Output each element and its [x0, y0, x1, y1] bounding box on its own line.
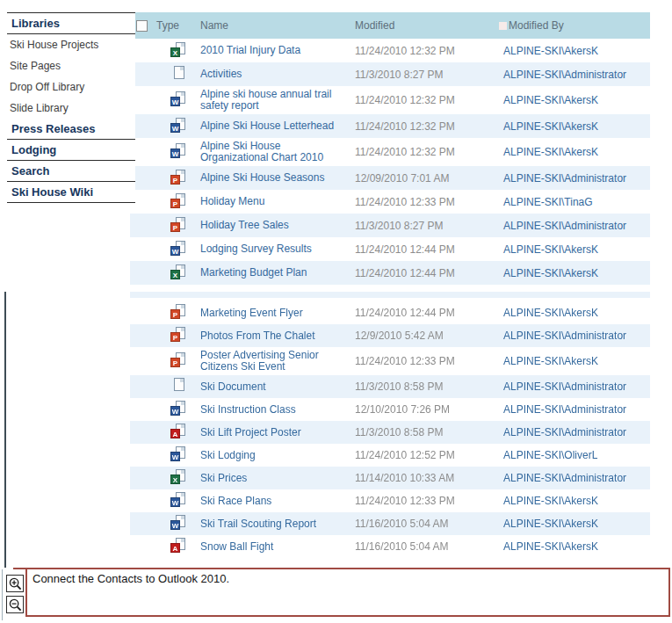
modified-by-link[interactable]: ALPINE-SKI\Administrator	[503, 220, 626, 232]
table-row[interactable]: P Poster Advertising Senior Citizens Ski…	[130, 347, 650, 375]
document-link[interactable]: Snow Ball Fight	[200, 540, 273, 553]
modified-by-cell: ALPINE-SKI\Administrator	[499, 403, 650, 416]
table-row[interactable]: A Ski Lift Project Poster 11/3/2010 8:58…	[130, 421, 650, 444]
modified-by-link[interactable]: ALPINE-SKI\AkersK	[503, 267, 598, 279]
table-row[interactable]: P Holiday Menu 11/24/2010 12:33 PM ALPIN…	[130, 190, 650, 214]
document-link[interactable]: Poster Advertising Senior Citizens Ski E…	[200, 349, 319, 373]
document-name-cell: Ski Lodging	[200, 447, 355, 464]
column-header-name[interactable]: Name	[200, 19, 355, 32]
document-link[interactable]: Ski Prices	[200, 472, 247, 484]
column-header-modified-by[interactable]: Modified By	[499, 19, 650, 32]
modified-by-link[interactable]: ALPINE-SKI\Administrator	[503, 330, 626, 342]
document-link[interactable]: Alpine Ski House Organizational Chart 20…	[200, 140, 323, 163]
document-link[interactable]: Activities	[200, 68, 242, 80]
sidebar-item-search[interactable]: Search	[7, 161, 135, 182]
modified-by-cell: ALPINE-SKI\AkersK	[499, 146, 650, 158]
document-link[interactable]: Alpine Ski House Letterhead	[200, 120, 334, 132]
table-row[interactable]: W Alpine Ski House Letterhead 11/24/2010…	[130, 114, 650, 138]
sidebar-item-lodging[interactable]: Lodging	[7, 140, 135, 161]
column-header-modified[interactable]: Modified	[355, 19, 499, 32]
table-row[interactable]: W Ski Race Plans 11/24/2010 12:33 PM ALP…	[130, 489, 650, 512]
document-link[interactable]: Ski Race Plans	[200, 495, 271, 507]
modified-by-link[interactable]: ALPINE-SKI\Administrator	[503, 69, 626, 81]
sidebar-item-libraries[interactable]: Libraries	[7, 13, 135, 34]
table-row[interactable]: W Ski Instruction Class 12/10/2010 7:26 …	[130, 398, 650, 421]
table-row[interactable]: W Alpine ski house annual trail safety r…	[130, 86, 650, 114]
modified-by-link[interactable]: ALPINE-SKI\AkersK	[503, 518, 598, 530]
modified-by-link[interactable]: ALPINE-SKI\AkersK	[503, 307, 598, 319]
modified-by-link[interactable]: ALPINE-SKI\AkersK	[503, 94, 598, 106]
table-row[interactable]: P Alpine Ski House Seasons 12/09/2010 7:…	[130, 166, 650, 190]
document-link[interactable]: Ski Trail Scouting Report	[200, 518, 316, 530]
table-row[interactable]: Ski Document 11/3/2010 8:58 PM ALPINE-SK…	[130, 375, 650, 398]
modified-by-link[interactable]: ALPINE-SKI\Administrator	[503, 472, 626, 484]
modified-by-cell: ALPINE-SKI\AkersK	[499, 307, 650, 319]
table-row[interactable]: Activities 11/3/2010 8:27 PM ALPINE-SKI\…	[130, 62, 650, 86]
sidebar-item-site-pages[interactable]: Site Pages	[7, 55, 135, 76]
document-name-cell: Alpine ski house annual trail safety rep…	[200, 86, 355, 114]
modified-by-link[interactable]: ALPINE-SKI\OliverL	[503, 449, 597, 461]
table-row[interactable]: W Ski Lodging 11/24/2010 12:52 PM ALPINE…	[130, 444, 650, 467]
document-link[interactable]: Ski Instruction Class	[200, 403, 296, 416]
modified-by-link[interactable]: ALPINE-SKI\AkersK	[503, 45, 598, 57]
modified-by-link[interactable]: ALPINE-SKI\TinaG	[503, 196, 593, 208]
file-type-cell: X	[156, 42, 200, 60]
document-link[interactable]: 2010 Trial Injury Data	[200, 44, 300, 56]
zoom-in-button[interactable]	[6, 575, 24, 592]
modified-by-link[interactable]: ALPINE-SKI\Administrator	[503, 380, 626, 393]
file-type-cell: P	[156, 304, 200, 322]
select-all-checkbox[interactable]	[136, 20, 148, 32]
table-row[interactable]: X Ski Prices 11/14/2010 10:33 AM ALPINE-…	[130, 467, 650, 489]
app-badge: W	[170, 406, 180, 416]
file-type-cell: W	[156, 446, 200, 464]
modified-by-link[interactable]: ALPINE-SKI\Administrator	[503, 172, 626, 185]
sidebar-item-slide-library[interactable]: Slide Library	[7, 98, 135, 119]
modified-by-cell: ALPINE-SKI\AkersK	[499, 355, 650, 367]
document-link[interactable]: Ski Document	[200, 380, 266, 393]
modified-by-link[interactable]: ALPINE-SKI\Administrator	[503, 426, 626, 438]
powerpoint-icon: P	[170, 193, 186, 208]
modified-by-link[interactable]: ALPINE-SKI\AkersK	[503, 495, 598, 507]
modified-date: 11/3/2010 8:58 PM	[355, 380, 499, 393]
modified-by-link[interactable]: ALPINE-SKI\AkersK	[503, 243, 598, 256]
table-row[interactable]: X Marketing Budget Plan 11/24/2010 12:44…	[130, 261, 650, 285]
document-link[interactable]: Ski Lodging	[200, 449, 256, 461]
table-row[interactable]: W Lodging Survey Results 11/24/2010 12:4…	[130, 237, 650, 261]
document-link[interactable]: Marketing Event Flyer	[200, 307, 303, 319]
column-header-type[interactable]: Type	[156, 19, 200, 32]
document-link[interactable]: Holiday Menu	[200, 195, 264, 207]
sidebar-item-ski-house-wiki[interactable]: Ski House Wiki	[7, 182, 135, 203]
modified-by-cell: ALPINE-SKI\Administrator	[499, 172, 650, 185]
table-row[interactable]: X 2010 Trial Injury Data 11/24/2010 12:3…	[130, 39, 650, 62]
modified-by-link[interactable]: ALPINE-SKI\AkersK	[503, 355, 598, 367]
table-row[interactable]: P Marketing Event Flyer 11/24/2010 12:44…	[130, 301, 650, 324]
app-badge: W	[170, 97, 180, 106]
document-name-cell: Ski Prices	[200, 470, 355, 487]
document-link[interactable]: Alpine ski house annual trail safety rep…	[200, 88, 331, 112]
modified-by-cell: ALPINE-SKI\Administrator	[499, 69, 650, 81]
sidebar-item-drop-off-library[interactable]: Drop Off Library	[7, 76, 135, 98]
table-row[interactable]: P Photos From The Chalet 12/9/2010 5:42 …	[130, 324, 650, 347]
document-link[interactable]: Alpine Ski House Seasons	[200, 171, 324, 184]
table-row[interactable]: P Holiday Tree Sales 11/3/2010 8:27 PM A…	[130, 214, 650, 237]
modified-date: 11/24/2010 12:44 PM	[355, 243, 499, 256]
document-link[interactable]: Lodging Survey Results	[200, 243, 312, 255]
table-row[interactable]: W Ski Trail Scouting Report 11/16/2010 5…	[130, 512, 650, 535]
document-name-cell: Snow Ball Fight	[200, 539, 355, 555]
modified-date: 11/24/2010 12:44 PM	[355, 307, 499, 319]
modified-by-link[interactable]: ALPINE-SKI\AkersK	[503, 146, 598, 158]
table-row[interactable]: A Snow Ball Fight 11/16/2010 5:04 AM ALP…	[130, 535, 650, 558]
page-shape	[174, 66, 184, 79]
modified-by-link[interactable]: ALPINE-SKI\AkersK	[503, 120, 598, 133]
sidebar-item-press-releases[interactable]: Press Releases	[7, 119, 135, 140]
zoom-out-button[interactable]	[6, 596, 24, 613]
document-link[interactable]: Photos From The Chalet	[200, 330, 315, 342]
document-link[interactable]: Holiday Tree Sales	[200, 219, 289, 231]
sidebar-item-ski-house-projects[interactable]: Ski House Projects	[7, 34, 135, 55]
table-row[interactable]: W Alpine Ski House Organizational Chart …	[130, 138, 650, 166]
modified-by-link[interactable]: ALPINE-SKI\Administrator	[503, 403, 626, 416]
document-name-cell: Alpine Ski House Organizational Chart 20…	[200, 138, 355, 166]
document-link[interactable]: Marketing Budget Plan	[200, 266, 307, 279]
document-link[interactable]: Ski Lift Project Poster	[200, 426, 301, 438]
modified-by-link[interactable]: ALPINE-SKI\AkersK	[503, 540, 598, 553]
